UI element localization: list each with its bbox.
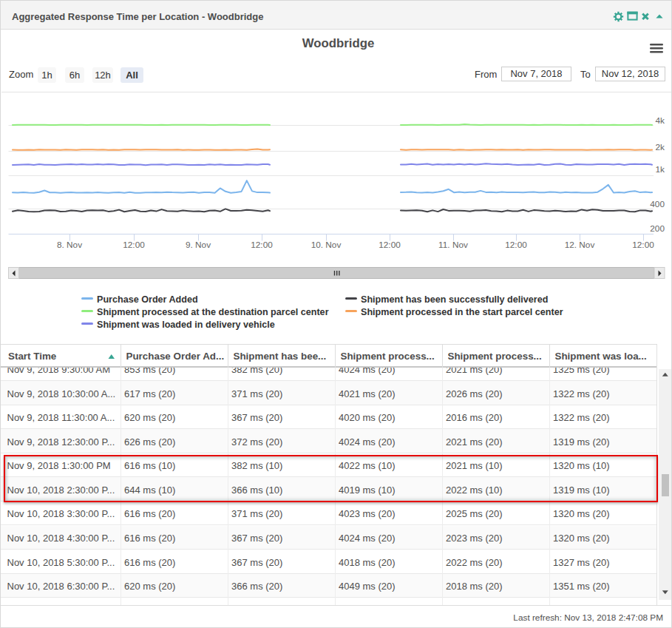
svg-text:10. Nov: 10. Nov bbox=[311, 240, 342, 250]
svg-text:12:00: 12:00 bbox=[632, 240, 654, 250]
svg-text:400: 400 bbox=[650, 199, 665, 209]
svg-text:12:00: 12:00 bbox=[505, 240, 527, 250]
svg-text:12. Nov: 12. Nov bbox=[565, 240, 595, 250]
svg-text:8. Nov: 8. Nov bbox=[57, 240, 82, 250]
svg-text:11. Nov: 11. Nov bbox=[438, 240, 468, 250]
svg-text:200: 200 bbox=[650, 223, 665, 234]
svg-text:1k: 1k bbox=[656, 164, 665, 175]
svg-text:4k: 4k bbox=[656, 115, 665, 126]
svg-text:9. Nov: 9. Nov bbox=[186, 240, 211, 250]
svg-text:2k: 2k bbox=[656, 142, 665, 152]
svg-text:12:00: 12:00 bbox=[251, 240, 273, 250]
svg-text:12:00: 12:00 bbox=[379, 240, 401, 250]
svg-text:12:00: 12:00 bbox=[123, 240, 145, 250]
